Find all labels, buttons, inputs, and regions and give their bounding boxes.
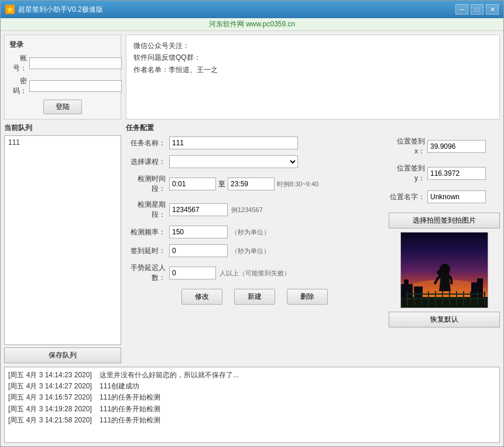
time-range-label: 检测时间段： bbox=[126, 174, 166, 194]
queue-list[interactable]: 111 bbox=[4, 135, 121, 345]
task-buttons: 修改 新建 删除 bbox=[126, 289, 383, 305]
login-button[interactable]: 登陆 bbox=[43, 100, 82, 114]
freq-label: 检测频率： bbox=[126, 227, 166, 237]
location-name-row: 位置名字： bbox=[389, 190, 500, 203]
course-select[interactable] bbox=[169, 155, 298, 168]
svg-rect-21 bbox=[406, 298, 485, 299]
course-row: 选择课程： bbox=[126, 155, 383, 168]
middle-area: 当前队列 111 保存队列 任务配置 任务名称： bbox=[4, 123, 500, 363]
log-line-4: [周五 4月 3 14:19:28 2020] 111的任务开始检测 bbox=[8, 404, 496, 415]
task-form: 任务名称： 选择课程： 检测时间段： bbox=[126, 137, 383, 363]
log-line-1: [周五 4月 3 14:14:23 2020] 这里并没有什么好留恋的，所以就不… bbox=[8, 370, 496, 381]
time-hint: 时例8:30~9:40 bbox=[277, 180, 318, 189]
task-right: 位置签到x： 位置签到y： 位置名字： 选择拍照签到拍图片 bbox=[389, 137, 500, 363]
weekday-hint: 例1234567 bbox=[231, 206, 263, 214]
lng-label: 位置签到y： bbox=[389, 163, 425, 183]
time-to-separator: 至 bbox=[218, 179, 225, 189]
time-range-inputs: 至 时例8:30~9:40 bbox=[169, 178, 318, 190]
location-name-input[interactable] bbox=[427, 190, 486, 203]
modify-button[interactable]: 修改 bbox=[181, 289, 222, 305]
photo-svg bbox=[401, 233, 488, 308]
task-title: 任务配置 bbox=[126, 123, 500, 133]
location-name-label: 位置名字： bbox=[389, 192, 425, 202]
titlebar: ⭐ 超星签到小助手V0.2极速版 ─ □ ✕ bbox=[1, 1, 503, 18]
log-area: [周五 4月 3 14:14:23 2020] 这里并没有什么好留恋的，所以就不… bbox=[4, 367, 500, 443]
delay-unit: （秒为单位） bbox=[231, 247, 270, 255]
close-button[interactable]: ✕ bbox=[486, 4, 499, 15]
gesture-label: 手势延迟人数： bbox=[126, 263, 166, 283]
account-label: 账号： bbox=[9, 53, 27, 73]
log-line-3: [周五 4月 3 14:16:57 2020] 111的任务开始检测 bbox=[8, 392, 496, 403]
top-area: 登录 账号： 密码： 登陆 微信公众号关注： 软件问题反馈QQ群： 作者名单：李… bbox=[4, 35, 500, 120]
time-range-row: 检测时间段： 至 时例8:30~9:40 bbox=[126, 174, 383, 194]
log-line-5: [周五 4月 3 14:21:58 2020] 111的任务开始检测 bbox=[8, 415, 496, 426]
maximize-button[interactable]: □ bbox=[471, 4, 484, 15]
new-button[interactable]: 新建 bbox=[234, 289, 275, 305]
delete-button[interactable]: 删除 bbox=[287, 289, 328, 305]
info-line2: 软件问题反馈QQ群： bbox=[133, 52, 492, 63]
login-panel: 登录 账号： 密码： 登陆 bbox=[4, 35, 121, 120]
gesture-row: 手势延迟人数： 人以上（可能签到失败） bbox=[126, 263, 383, 283]
freq-input[interactable] bbox=[169, 226, 228, 238]
account-input[interactable] bbox=[29, 57, 122, 69]
delay-input[interactable] bbox=[169, 244, 228, 257]
window-title: 超星签到小助手V0.2极速版 bbox=[18, 5, 103, 15]
list-item[interactable]: 111 bbox=[6, 137, 119, 148]
queue-title: 当前队列 bbox=[4, 123, 121, 133]
task-name-row: 任务名称： bbox=[126, 137, 383, 149]
task-body: 任务名称： 选择课程： 检测时间段： bbox=[126, 137, 500, 363]
weekday-row: 检测星期段： 例1234567 bbox=[126, 200, 383, 220]
task-panel: 任务配置 任务名称： 选择课程： bbox=[126, 123, 500, 363]
info-panel: 微信公众号关注： 软件问题反馈QQ群： 作者名单：李恒道、王一之 bbox=[126, 35, 500, 120]
titlebar-controls: ─ □ ✕ bbox=[455, 4, 499, 15]
password-label: 密码： bbox=[9, 76, 27, 96]
password-input[interactable] bbox=[29, 80, 122, 92]
info-line1: 微信公众号关注： bbox=[133, 40, 492, 52]
app-icon: ⭐ bbox=[5, 5, 15, 14]
info-line3: 作者名单：李恒道、王一之 bbox=[133, 64, 492, 76]
lat-row: 位置签到x： bbox=[389, 137, 500, 156]
gesture-unit: 人以上（可能签到失败） bbox=[220, 269, 290, 278]
weekday-label: 检测星期段： bbox=[126, 200, 166, 220]
lng-row: 位置签到y： bbox=[389, 163, 500, 183]
titlebar-left: ⭐ 超星签到小助手V0.2极速版 bbox=[5, 5, 103, 15]
delay-row: 签到延时： （秒为单位） bbox=[126, 244, 383, 257]
task-name-input[interactable] bbox=[169, 137, 298, 149]
log-line-2: [周五 4月 3 14:14:27 2020] 111创建成功 bbox=[8, 381, 496, 392]
login-section-title: 登录 bbox=[9, 40, 116, 50]
photo-preview bbox=[400, 232, 488, 308]
password-row: 密码： bbox=[9, 76, 116, 96]
task-name-label: 任务名称： bbox=[126, 138, 166, 148]
course-label: 选择课程： bbox=[126, 157, 166, 167]
time-end-input[interactable] bbox=[228, 178, 275, 190]
lng-input[interactable] bbox=[427, 167, 486, 180]
restore-button[interactable]: 恢复默认 bbox=[389, 312, 500, 327]
freq-row: 检测频率： （秒为单位） bbox=[126, 226, 383, 238]
main-content: 登录 账号： 密码： 登陆 微信公众号关注： 软件问题反馈QQ群： 作者名单：李… bbox=[1, 31, 503, 446]
watermark-bar: 河东软件网 www.pc0359.cn bbox=[1, 18, 503, 31]
freq-unit: （秒为单位） bbox=[231, 228, 270, 237]
watermark-text: 河东软件网 www.pc0359.cn bbox=[209, 19, 295, 29]
gesture-input[interactable] bbox=[169, 267, 216, 279]
time-start-input[interactable] bbox=[169, 178, 216, 190]
photo-button[interactable]: 选择拍照签到拍图片 bbox=[389, 213, 500, 228]
svg-rect-20 bbox=[406, 294, 485, 295]
account-row: 账号： bbox=[9, 53, 116, 73]
lat-label: 位置签到x： bbox=[389, 137, 425, 156]
delay-label: 签到延时： bbox=[126, 246, 166, 256]
save-queue-button[interactable]: 保存队列 bbox=[4, 347, 121, 363]
weekday-input[interactable] bbox=[169, 203, 228, 216]
queue-panel: 当前队列 111 保存队列 bbox=[4, 123, 121, 363]
minimize-button[interactable]: ─ bbox=[455, 4, 468, 15]
main-window: ⭐ 超星签到小助手V0.2极速版 ─ □ ✕ 河东软件网 www.pc0359.… bbox=[0, 0, 504, 447]
lat-input[interactable] bbox=[427, 140, 486, 153]
